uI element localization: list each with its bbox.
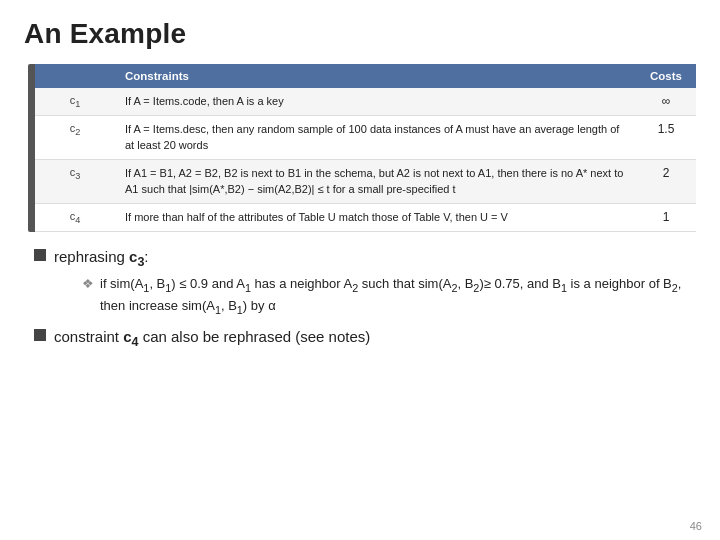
bullet-section: rephrasing c3:❖if sim(A1, B1) ≤ 0.9 and … [24,246,696,351]
row-cost: ∞ [636,88,696,116]
row-id: c3 [35,160,115,204]
sub-bullet-item: ❖if sim(A1, B1) ≤ 0.9 and A1 has a neigh… [82,274,696,318]
bullet-item: rephrasing c3:❖if sim(A1, B1) ≤ 0.9 and … [34,246,696,317]
page-title: An Example [24,18,696,50]
row-constraint: If A1 = B1, A2 = B2, B2 is next to B1 in… [115,160,636,204]
left-accent-bar [28,64,35,232]
bullet-text: constraint c4 can also be rephrased (see… [54,326,370,352]
page: An Example Constraints Costs c1If A = It… [0,0,720,540]
bullet-square-icon [34,329,46,341]
table-wrapper: Constraints Costs c1If A = Items.code, t… [28,64,696,232]
row-constraint: If A = Items.code, then A is a key [115,88,636,116]
row-id: c4 [35,203,115,231]
bullet-main-text: constraint c4 can also be rephrased (see… [54,326,370,352]
row-cost: 1.5 [636,116,696,160]
row-constraint: If A = Items.desc, then any random sampl… [115,116,636,160]
row-cost: 2 [636,160,696,204]
col-header-empty [35,64,115,88]
row-constraint: If more than half of the attributes of T… [115,203,636,231]
bullet-square-icon [34,249,46,261]
col-header-costs: Costs [636,64,696,88]
table-row: c2If A = Items.desc, then any random sam… [35,116,696,160]
row-cost: 1 [636,203,696,231]
bullet-main-text: rephrasing c3: [54,246,696,272]
col-header-constraints: Constraints [115,64,636,88]
table-row: c3If A1 = B1, A2 = B2, B2 is next to B1 … [35,160,696,204]
bullet-item: constraint c4 can also be rephrased (see… [34,326,696,352]
table-row: c4If more than half of the attributes of… [35,203,696,231]
sub-bullet-section: ❖if sim(A1, B1) ≤ 0.9 and A1 has a neigh… [82,274,696,318]
bullet-text: rephrasing c3:❖if sim(A1, B1) ≤ 0.9 and … [54,246,696,317]
sub-bullet-text: if sim(A1, B1) ≤ 0.9 and A1 has a neighb… [100,274,696,318]
row-id: c1 [35,88,115,116]
row-id: c2 [35,116,115,160]
diamond-icon: ❖ [82,274,94,294]
constraints-table: Constraints Costs c1If A = Items.code, t… [35,64,696,232]
table-row: c1If A = Items.code, then A is a key∞ [35,88,696,116]
page-number: 46 [690,520,702,532]
